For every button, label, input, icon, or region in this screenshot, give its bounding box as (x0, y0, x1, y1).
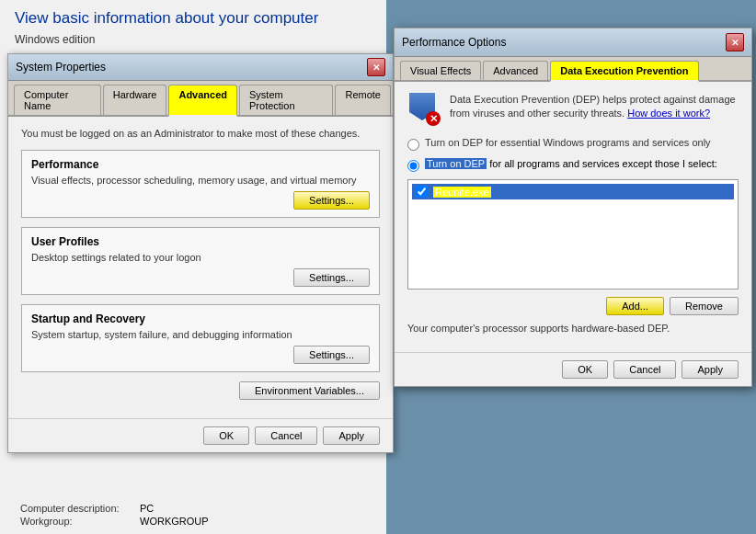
admin-note: You must be logged on as an Administrato… (21, 128, 380, 139)
bg-title: View basic information about your comput… (15, 9, 372, 28)
dep-radio2-suffix: for all programs and services except tho… (487, 158, 717, 169)
perf-ok-button[interactable]: OK (562, 360, 608, 379)
system-props-content: You must be logged on as an Administrato… (8, 117, 393, 418)
computer-desc-value: PC (140, 503, 154, 514)
system-props-cancel-button[interactable]: Cancel (255, 426, 317, 445)
system-props-bottom: OK Cancel Apply (8, 418, 393, 452)
computer-desc-label: Computer description: (20, 503, 140, 514)
dep-remove-button[interactable]: Remove (670, 297, 739, 315)
user-profiles-desc: Desktop settings related to your logon (31, 252, 370, 263)
performance-desc: Visual effects, processor scheduling, me… (31, 175, 370, 186)
tab-dep[interactable]: Data Execution Prevention (550, 61, 698, 82)
perf-close-button[interactable]: ✕ (726, 33, 744, 51)
tab-visual-effects[interactable]: Visual Effects (400, 61, 481, 80)
dep-radio1-row: Turn on DEP for essential Windows progra… (407, 137, 739, 151)
bg-subtitle: Windows edition (15, 33, 372, 46)
dep-description: Data Execution Prevention (DEP) helps pr… (450, 93, 739, 121)
tab-hardware[interactable]: Hardware (103, 85, 167, 115)
performance-section: Performance Visual effects, processor sc… (21, 150, 380, 218)
performance-title: Performance (31, 158, 370, 171)
dep-add-button[interactable]: Add... (606, 297, 664, 315)
workgroup-value: WORKGROUP (140, 516, 209, 527)
system-props-close-button[interactable]: ✕ (367, 58, 385, 76)
dep-list-item-reunite[interactable]: Reunite.exe (412, 184, 734, 199)
startup-recovery-desc: System startup, system failure, and debu… (31, 329, 370, 340)
reunite-checkbox[interactable] (416, 186, 428, 198)
system-props-ok-button[interactable]: OK (203, 426, 249, 445)
tab-perf-advanced[interactable]: Advanced (483, 61, 548, 80)
system-properties-dialog: System Properties ✕ Computer Name Hardwa… (7, 53, 394, 453)
perf-titlebar: Performance Options ✕ (395, 28, 751, 57)
tab-system-protection[interactable]: System Protection (239, 85, 333, 115)
performance-settings-button[interactable]: Settings... (293, 191, 370, 210)
env-variables-row: Environment Variables... (21, 381, 380, 400)
dep-support-text: Your computer's processor supports hardw… (407, 323, 739, 334)
perf-tab-bar: Visual Effects Advanced Data Execution P… (395, 57, 751, 82)
tab-computer-name[interactable]: Computer Name (14, 85, 101, 115)
startup-recovery-title: Startup and Recovery (31, 312, 370, 325)
reunite-label: Reunite.exe (433, 187, 491, 198)
dep-exceptions-list[interactable]: Reunite.exe (407, 179, 739, 290)
environment-variables-button[interactable]: Environment Variables... (239, 381, 380, 400)
dep-radio2[interactable] (407, 160, 419, 172)
workgroup-row: Workgroup: WORKGROUP (20, 516, 372, 527)
user-profiles-settings-button[interactable]: Settings... (293, 268, 370, 287)
dep-radio2-row: Turn on DEP for all programs and service… (407, 158, 739, 172)
user-profiles-title: User Profiles (31, 235, 370, 248)
computer-info-section: Computer description: PC Workgroup: WORK… (7, 497, 384, 534)
startup-recovery-section: Startup and Recovery System startup, sys… (21, 304, 380, 372)
dep-button-row: Add... Remove (407, 297, 739, 315)
perf-title: Performance Options (402, 36, 506, 49)
system-props-titlebar: System Properties ✕ (8, 54, 393, 81)
performance-options-dialog: Performance Options ✕ Visual Effects Adv… (394, 28, 752, 387)
dep-how-link[interactable]: How does it work? (627, 108, 710, 119)
workgroup-label: Workgroup: (20, 516, 140, 527)
tab-remote[interactable]: Remote (335, 85, 391, 115)
computer-desc-row: Computer description: PC (20, 503, 372, 514)
dep-radio1[interactable] (407, 139, 419, 151)
dep-radio1-label: Turn on DEP for essential Windows progra… (425, 137, 711, 148)
tab-advanced[interactable]: Advanced (168, 85, 237, 117)
dep-radio2-label: Turn on DEP for all programs and service… (425, 158, 717, 169)
perf-apply-button[interactable]: Apply (682, 360, 739, 379)
perf-cancel-button[interactable]: Cancel (613, 360, 676, 379)
system-props-title: System Properties (16, 61, 106, 74)
perf-dialog-bottom: OK Cancel Apply (395, 352, 751, 386)
dep-info-row: ✕ Data Execution Prevention (DEP) helps … (407, 93, 739, 126)
system-props-tab-bar: Computer Name Hardware Advanced System P… (8, 81, 393, 117)
startup-recovery-settings-button[interactable]: Settings... (293, 346, 370, 364)
dep-content: ✕ Data Execution Prevention (DEP) helps … (395, 82, 751, 352)
shield-x-badge: ✕ (426, 111, 441, 126)
user-profiles-section: User Profiles Desktop settings related t… (21, 227, 380, 295)
system-props-apply-button[interactable]: Apply (323, 426, 380, 445)
dep-radio2-highlight: Turn on DEP (425, 158, 487, 169)
dep-shield-icon: ✕ (407, 93, 441, 126)
